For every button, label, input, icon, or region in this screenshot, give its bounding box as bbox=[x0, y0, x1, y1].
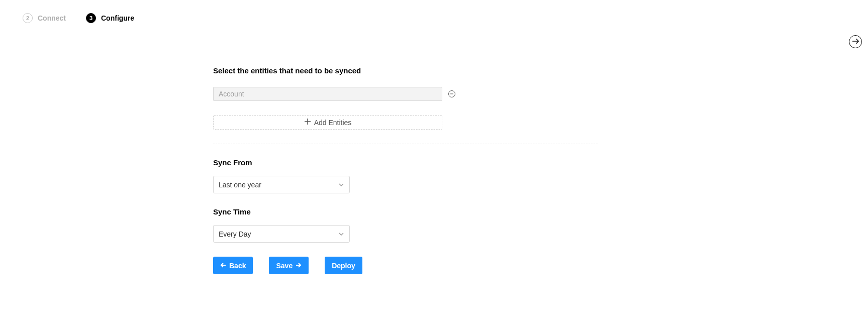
sync-time-label: Sync Time bbox=[213, 207, 598, 216]
stepper: 2 Connect 3 Configure bbox=[0, 0, 868, 23]
back-label: Back bbox=[229, 262, 246, 270]
sync-from-select-wrap: Last one year bbox=[213, 176, 350, 193]
save-button[interactable]: Save bbox=[269, 257, 309, 274]
add-entities-button[interactable]: Add Entities bbox=[213, 115, 442, 130]
save-label: Save bbox=[276, 262, 293, 270]
remove-entity-button[interactable] bbox=[448, 90, 455, 97]
step-label-connect: Connect bbox=[38, 14, 66, 22]
sync-from-value: Last one year bbox=[219, 181, 261, 189]
button-row: Back Save Deploy bbox=[213, 257, 598, 274]
step-number-2: 2 bbox=[23, 13, 33, 23]
back-button[interactable]: Back bbox=[213, 257, 253, 274]
deploy-label: Deploy bbox=[332, 262, 355, 270]
arrow-right-icon bbox=[296, 262, 302, 270]
sync-from-select[interactable]: Last one year bbox=[213, 176, 350, 193]
sync-time-value: Every Day bbox=[219, 230, 251, 238]
step-configure[interactable]: 3 Configure bbox=[86, 13, 134, 23]
sync-from-label: Sync From bbox=[213, 158, 598, 167]
plus-icon bbox=[304, 118, 311, 127]
next-step-button[interactable] bbox=[849, 35, 862, 48]
step-number-3: 3 bbox=[86, 13, 96, 23]
sync-time-select-wrap: Every Day bbox=[213, 225, 350, 243]
entities-heading: Select the entities that need to be sync… bbox=[213, 66, 598, 75]
deploy-button[interactable]: Deploy bbox=[325, 257, 362, 274]
entity-input[interactable] bbox=[213, 87, 442, 101]
add-entities-label: Add Entities bbox=[314, 119, 352, 127]
step-connect[interactable]: 2 Connect bbox=[23, 13, 66, 23]
step-label-configure: Configure bbox=[101, 14, 134, 22]
divider bbox=[213, 144, 598, 144]
sync-time-select[interactable]: Every Day bbox=[213, 225, 350, 243]
configure-form: Select the entities that need to be sync… bbox=[213, 66, 598, 274]
arrow-right-icon bbox=[852, 37, 859, 46]
arrow-left-icon bbox=[220, 262, 226, 270]
entity-row bbox=[213, 87, 598, 101]
